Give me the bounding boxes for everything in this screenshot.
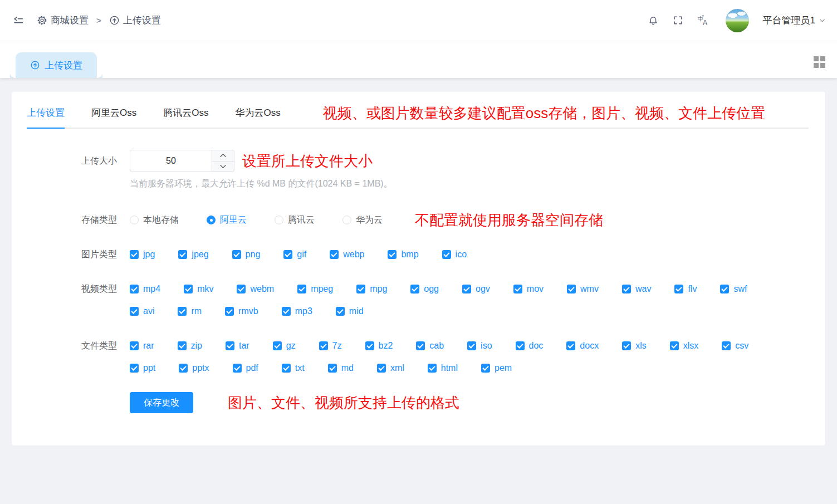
video-type-checkbox-ogv[interactable]: ogv bbox=[462, 278, 490, 300]
video-type-checkbox-mp3[interactable]: mp3 bbox=[282, 300, 312, 322]
checkbox-checked-icon bbox=[462, 285, 471, 293]
checkbox-label: rm bbox=[191, 306, 202, 316]
video-type-checkbox-flv[interactable]: flv bbox=[674, 278, 697, 300]
breadcrumb-mall-settings[interactable]: 商城设置 bbox=[37, 14, 89, 27]
file-type-checkbox-xml[interactable]: xml bbox=[377, 357, 404, 379]
file-type-checkbox-tar[interactable]: tar bbox=[226, 335, 249, 357]
upload-size-input[interactable] bbox=[130, 150, 212, 172]
video-type-checkbox-mkv[interactable]: mkv bbox=[184, 278, 213, 300]
file-type-checkbox-xls[interactable]: xls bbox=[622, 335, 647, 357]
video-type-checkbox-webm[interactable]: webm bbox=[237, 278, 274, 300]
save-button[interactable]: 保存更改 bbox=[130, 392, 193, 413]
checkbox-checked-icon bbox=[179, 364, 188, 373]
user-avatar[interactable] bbox=[726, 9, 749, 32]
file-type-checkbox-zip[interactable]: zip bbox=[178, 335, 202, 357]
breadcrumb-label: 上传设置 bbox=[123, 14, 161, 27]
radio-label: 阿里云 bbox=[220, 214, 247, 226]
checkbox-label: mkv bbox=[197, 284, 213, 294]
file-type-checkbox-ppt[interactable]: ppt bbox=[130, 357, 155, 379]
video-type-checkbox-swf[interactable]: swf bbox=[720, 278, 747, 300]
video-type-checkbox-rm[interactable]: rm bbox=[178, 300, 202, 322]
checkbox-label: avi bbox=[143, 306, 154, 316]
file-type-checkbox-rar[interactable]: rar bbox=[130, 335, 154, 357]
image-type-checkbox-gif[interactable]: gif bbox=[283, 243, 306, 266]
file-type-checkbox-xlsx[interactable]: xlsx bbox=[670, 335, 699, 357]
decrease-button[interactable] bbox=[212, 162, 234, 172]
radio-unchecked-icon bbox=[130, 216, 139, 224]
video-type-checkbox-rmvb[interactable]: rmvb bbox=[225, 300, 258, 322]
page-content: 上传设置阿里云Oss腾讯云Oss华为云Oss 视频、或图片数量较多建议配置oss… bbox=[0, 78, 837, 446]
file-type-checkbox-doc[interactable]: doc bbox=[516, 335, 544, 357]
upload-settings-form: 上传大小 bbox=[27, 129, 809, 414]
file-type-checkbox-bz2[interactable]: bz2 bbox=[365, 335, 393, 357]
file-type-checkbox-7z[interactable]: 7z bbox=[319, 335, 342, 357]
tab-chip-label: 上传设置 bbox=[45, 59, 82, 72]
storage-radio-阿里云[interactable]: 阿里云 bbox=[207, 209, 247, 231]
video-type-checkbox-ogg[interactable]: ogg bbox=[410, 278, 439, 300]
file-type-checkbox-pdf[interactable]: pdf bbox=[233, 357, 258, 379]
save-annotation: 图片、文件、视频所支持上传的格式 bbox=[228, 393, 459, 413]
breadcrumb: 商城设置 > 上传设置 bbox=[37, 14, 161, 27]
storage-type-annotation: 不配置就使用服务器空间存储 bbox=[415, 211, 603, 230]
checkbox-checked-icon bbox=[319, 341, 328, 350]
main-tab-腾讯云Oss[interactable]: 腾讯云Oss bbox=[163, 99, 208, 129]
image-type-checkbox-png[interactable]: png bbox=[232, 243, 261, 266]
checkbox-checked-icon bbox=[233, 364, 242, 373]
checkbox-label: pem bbox=[495, 363, 512, 373]
video-type-checkbox-wmv[interactable]: wmv bbox=[567, 278, 599, 300]
tab-layout-grid-icon[interactable] bbox=[814, 56, 825, 68]
checkbox-label: ogv bbox=[476, 284, 490, 294]
file-type-checkbox-pptx[interactable]: pptx bbox=[179, 357, 209, 379]
main-tab-华为云Oss[interactable]: 华为云Oss bbox=[235, 99, 280, 129]
image-type-checkbox-ico[interactable]: ico bbox=[442, 243, 467, 266]
storage-radio-腾讯云[interactable]: 腾讯云 bbox=[275, 209, 315, 231]
storage-radio-华为云[interactable]: 华为云 bbox=[342, 209, 383, 231]
file-type-checkbox-csv[interactable]: csv bbox=[722, 335, 748, 357]
sidebar-fold-icon[interactable] bbox=[12, 14, 25, 27]
increase-button[interactable] bbox=[212, 150, 234, 162]
checkbox-checked-icon bbox=[567, 285, 576, 293]
main-tab-上传设置[interactable]: 上传设置 bbox=[27, 99, 65, 129]
main-tab-阿里云Oss[interactable]: 阿里云Oss bbox=[91, 99, 136, 129]
video-type-checkbox-avi[interactable]: avi bbox=[130, 300, 154, 322]
image-type-checkbox-webp[interactable]: webp bbox=[330, 243, 364, 266]
settings-card: 上传设置阿里云Oss腾讯云Oss华为云Oss 视频、或图片数量较多建议配置oss… bbox=[12, 92, 825, 446]
video-type-checkbox-mpg[interactable]: mpg bbox=[356, 278, 387, 300]
image-type-checkbox-jpg[interactable]: jpg bbox=[130, 243, 155, 266]
language-translate-icon[interactable]: 中 A bbox=[697, 14, 709, 27]
checkbox-label: mpeg bbox=[311, 284, 333, 294]
user-menu[interactable]: 平台管理员1 bbox=[763, 14, 826, 27]
file-type-checkbox-cab[interactable]: cab bbox=[416, 335, 444, 357]
checkbox-label: md bbox=[341, 363, 354, 373]
file-type-checkbox-iso[interactable]: iso bbox=[467, 335, 492, 357]
video-type-checkbox-mp4[interactable]: mp4 bbox=[130, 278, 160, 300]
radio-checked-icon bbox=[207, 216, 216, 224]
image-type-checkbox-jpeg[interactable]: jpeg bbox=[178, 243, 208, 266]
file-type-checkbox-txt[interactable]: txt bbox=[282, 357, 305, 379]
checkbox-label: gif bbox=[297, 249, 306, 260]
video-type-checkbox-mpeg[interactable]: mpeg bbox=[297, 278, 333, 300]
storage-radio-本地存储[interactable]: 本地存储 bbox=[130, 209, 179, 231]
video-type-checkbox-wav[interactable]: wav bbox=[622, 278, 651, 300]
checkbox-label: bz2 bbox=[379, 341, 393, 351]
breadcrumb-upload-settings[interactable]: 上传设置 bbox=[109, 14, 161, 27]
checkbox-checked-icon bbox=[178, 250, 187, 259]
image-type-checkbox-bmp[interactable]: bmp bbox=[388, 243, 418, 266]
checkbox-checked-icon bbox=[297, 285, 306, 293]
storage-type-label: 存储类型 bbox=[27, 209, 130, 231]
file-type-checkbox-docx[interactable]: docx bbox=[566, 335, 599, 357]
file-type-checkbox-html[interactable]: html bbox=[428, 357, 458, 379]
video-type-checkbox-mid[interactable]: mid bbox=[336, 300, 364, 322]
open-tabs-strip: 上传设置 bbox=[0, 41, 837, 78]
upload-size-row: 上传大小 bbox=[27, 150, 809, 190]
checkbox-label: swf bbox=[733, 284, 747, 294]
file-type-checkbox-gz[interactable]: gz bbox=[273, 335, 296, 357]
tab-chip-upload-settings[interactable]: 上传设置 bbox=[16, 52, 97, 78]
video-type-checkbox-mov[interactable]: mov bbox=[513, 278, 544, 300]
checkbox-label: xlsx bbox=[683, 341, 699, 351]
notifications-bell-icon[interactable] bbox=[648, 15, 659, 26]
file-type-checkbox-md[interactable]: md bbox=[328, 357, 354, 379]
fullscreen-icon[interactable] bbox=[673, 15, 683, 26]
file-type-checkbox-pem[interactable]: pem bbox=[481, 357, 512, 379]
tabs-annotation: 视频、或图片数量较多建议配置oss存储，图片、视频、文件上传位置 bbox=[323, 104, 765, 123]
